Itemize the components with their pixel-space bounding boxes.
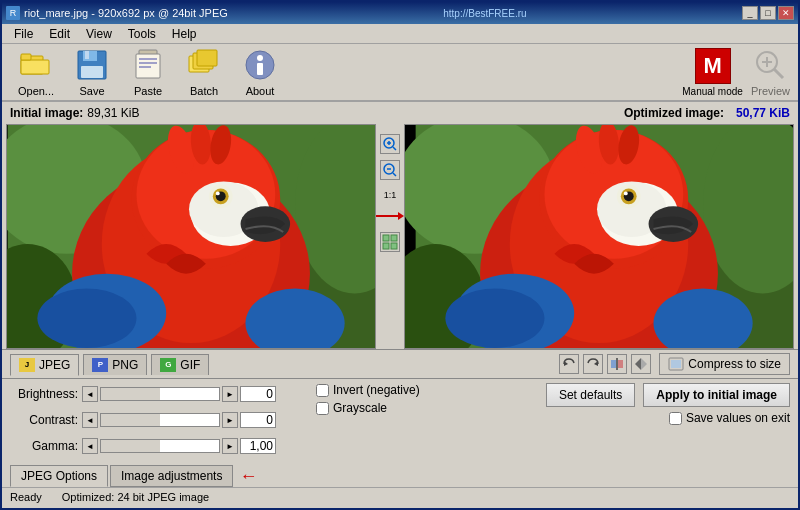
grayscale-row: Grayscale [316, 401, 420, 415]
brightness-value[interactable]: 0 [240, 386, 276, 402]
compare-arrow [376, 208, 404, 224]
gamma-slider-container: ◄ ► 1,00 [82, 438, 276, 454]
save-values-checkbox[interactable] [669, 412, 682, 425]
paste-button[interactable]: Paste [122, 43, 174, 101]
image-adjustments-tab[interactable]: Image adjustments [110, 465, 233, 487]
svg-rect-55 [383, 243, 389, 249]
save-button[interactable]: Save [66, 43, 118, 101]
menu-file[interactable]: File [6, 25, 41, 43]
svg-marker-85 [641, 358, 647, 370]
about-label: About [246, 85, 275, 97]
brightness-increase[interactable]: ► [222, 386, 238, 402]
svg-line-47 [393, 147, 396, 150]
gamma-value[interactable]: 1,00 [240, 438, 276, 454]
paste-icon [130, 47, 166, 83]
optimized-image [404, 124, 794, 349]
gamma-decrease[interactable]: ◄ [82, 438, 98, 454]
format-tabs: J JPEG P PNG G GIF [10, 354, 209, 375]
batch-button[interactable]: Batch [178, 43, 230, 101]
tab-jpeg[interactable]: J JPEG [10, 354, 79, 376]
invert-checkbox[interactable] [316, 384, 329, 397]
svg-rect-82 [611, 360, 616, 368]
compress-to-size-button[interactable]: Compress to size [659, 353, 790, 375]
svg-rect-6 [81, 66, 103, 78]
image-center-controls: 1:1 [376, 124, 404, 349]
gif-tab-label: GIF [180, 358, 200, 372]
svg-point-74 [445, 289, 544, 348]
window-controls: _ □ ✕ [742, 6, 794, 20]
svg-rect-87 [671, 360, 681, 368]
status-text: Optimized: 24 bit JPEG image [62, 491, 209, 503]
zoom-in-icon[interactable] [380, 134, 400, 154]
svg-marker-84 [635, 358, 641, 370]
window-title: riot_mare.jpg - 920x692 px @ 24bit JPEG [24, 7, 228, 19]
options-area: Brightness: ◄ ► 0 Contrast: ◄ ► 0 [2, 379, 798, 461]
contrast-increase[interactable]: ► [222, 412, 238, 428]
flip-button[interactable] [631, 354, 651, 374]
manual-mode-label: Manual mode [682, 86, 743, 97]
tab-gif[interactable]: G GIF [151, 354, 209, 375]
maximize-button[interactable]: □ [760, 6, 776, 20]
svg-marker-79 [564, 361, 568, 366]
zoom-out-icon[interactable] [380, 160, 400, 180]
svg-rect-11 [139, 66, 151, 68]
menu-edit[interactable]: Edit [41, 25, 78, 43]
red-arrow-indicator: ← [239, 466, 257, 487]
svg-point-71 [624, 191, 628, 195]
title-bar: R riot_mare.jpg - 920x692 px @ 24bit JPE… [2, 2, 798, 24]
svg-rect-9 [139, 58, 157, 60]
grayscale-label: Grayscale [333, 401, 387, 415]
options-main-row: Brightness: ◄ ► 0 Contrast: ◄ ► 0 [10, 383, 790, 457]
undo-redo-group [559, 354, 651, 374]
minimize-button[interactable]: _ [742, 6, 758, 20]
invert-row: Invert (negative) [316, 383, 420, 397]
menu-bar: File Edit View Tools Help [2, 24, 798, 44]
svg-rect-1 [21, 60, 49, 74]
preview-button[interactable]: Preview [751, 47, 790, 97]
close-button[interactable]: ✕ [778, 6, 794, 20]
brightness-row: Brightness: ◄ ► 0 [10, 383, 276, 405]
set-defaults-button[interactable]: Set defaults [546, 383, 635, 407]
gamma-increase[interactable]: ► [222, 438, 238, 454]
save-values-label: Save values on exit [686, 411, 790, 425]
svg-point-16 [257, 55, 263, 61]
brightness-decrease[interactable]: ◄ [82, 386, 98, 402]
contrast-track[interactable] [100, 413, 220, 427]
paste-label: Paste [134, 85, 162, 97]
invert-label: Invert (negative) [333, 383, 420, 397]
initial-image-size: 89,31 KiB [87, 106, 139, 120]
grayscale-checkbox[interactable] [316, 402, 329, 415]
contrast-slider-container: ◄ ► 0 [82, 412, 276, 428]
gamma-track[interactable] [100, 439, 220, 453]
menu-tools[interactable]: Tools [120, 25, 164, 43]
svg-rect-56 [391, 243, 397, 249]
compare-button[interactable] [607, 354, 627, 374]
svg-rect-10 [139, 62, 157, 64]
svg-line-19 [774, 69, 783, 78]
redo-button[interactable] [583, 354, 603, 374]
menu-view[interactable]: View [78, 25, 120, 43]
contrast-label: Contrast: [10, 413, 78, 427]
action-buttons: Set defaults Apply to initial image Save… [546, 383, 790, 457]
initial-image-label: Initial image: [10, 106, 83, 120]
title-url: http://BestFREE.ru [443, 8, 526, 19]
tab-png[interactable]: P PNG [83, 354, 147, 375]
contrast-row: Contrast: ◄ ► 0 [10, 409, 276, 431]
save-values-row: Save values on exit [669, 411, 790, 425]
compress-label: Compress to size [688, 357, 781, 371]
undo-button[interactable] [559, 354, 579, 374]
brightness-track[interactable] [100, 387, 220, 401]
ratio-indicator: 1:1 [384, 190, 397, 200]
grid-view-icon[interactable] [380, 232, 400, 252]
toolbar: Open... Save [2, 44, 798, 102]
manual-mode-button[interactable]: M Manual mode [682, 48, 743, 97]
jpeg-options-tab[interactable]: JPEG Options [10, 465, 108, 487]
contrast-decrease[interactable]: ◄ [82, 412, 98, 428]
contrast-value[interactable]: 0 [240, 412, 276, 428]
menu-help[interactable]: Help [164, 25, 205, 43]
open-button[interactable]: Open... [10, 43, 62, 101]
apply-button[interactable]: Apply to initial image [643, 383, 790, 407]
batch-icon [186, 47, 222, 83]
gif-icon: G [160, 358, 176, 372]
about-button[interactable]: About [234, 43, 286, 101]
